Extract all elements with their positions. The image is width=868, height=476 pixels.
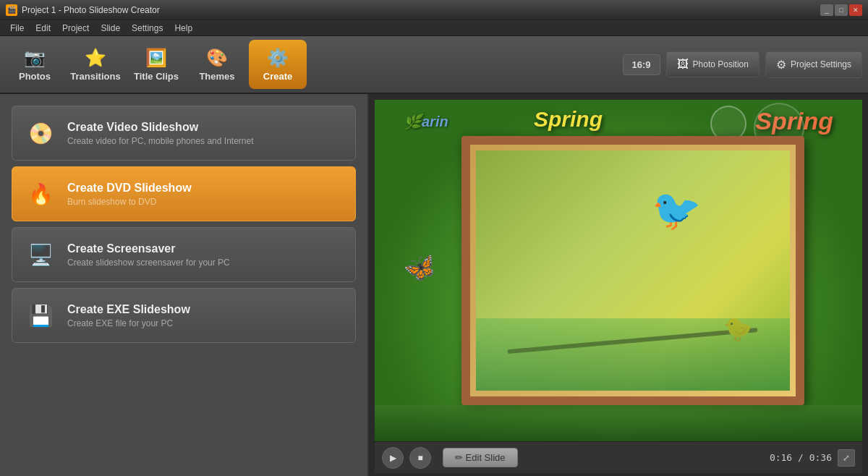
menubar: FileEditProjectSlideSettingsHelp xyxy=(0,20,868,36)
project-settings-icon: ⚙ xyxy=(776,58,786,72)
video-icon: 📀 xyxy=(24,116,57,150)
close-button[interactable]: ✕ xyxy=(849,4,862,16)
time-display: 0:16 / 0:36 xyxy=(770,452,832,463)
photo-position-icon: 🖼 xyxy=(677,58,689,71)
title-clips-icon: 🖼️ xyxy=(145,48,167,68)
screensaver-title: Create Screensaver xyxy=(67,242,230,255)
exe-icon: 💾 xyxy=(24,299,57,332)
photo-position-button[interactable]: 🖼 Photo Position xyxy=(666,51,760,77)
water-reflection xyxy=(375,405,862,441)
current-time: 0:16 xyxy=(770,452,792,463)
stop-button[interactable]: ■ xyxy=(409,447,431,469)
toolbar: 📷 Photos ⭐ Transitions 🖼️ Title Clips 🎨 … xyxy=(0,36,868,94)
total-time: 0:36 xyxy=(809,452,832,463)
menu-item-edit[interactable]: Edit xyxy=(30,22,56,35)
video-slideshow-title: Create Video Slideshow xyxy=(67,121,253,134)
edit-slide-button[interactable]: ✏ Edit Slide xyxy=(443,448,518,467)
transport-controls: ▶ ■ ✏ Edit Slide 0:16 / 0:36 ⤢ xyxy=(375,441,862,473)
right-panel: 🌿arin Spring Spring 🐦 🐤 � xyxy=(369,94,868,476)
tab-transitions[interactable]: ⭐ Transitions xyxy=(67,40,124,89)
dvd-icon: 🔥 xyxy=(24,177,57,211)
video-slideshow-desc: Create video for PC, mobile phones and I… xyxy=(67,136,253,146)
spring-text-winter: 🌿arin xyxy=(404,113,448,130)
maximize-button[interactable]: □ xyxy=(835,4,848,16)
themes-icon: 🎨 xyxy=(206,48,228,68)
reflection xyxy=(476,318,790,391)
minimize-button[interactable]: _ xyxy=(820,4,833,16)
menu-item-slide[interactable]: Slide xyxy=(95,22,126,35)
dvd-slideshow-desc: Burn slideshow to DVD xyxy=(67,197,192,207)
photo-frame: 🐦 🐤 xyxy=(461,136,804,405)
tab-photos[interactable]: 📷 Photos xyxy=(6,40,64,89)
create-screensaver-item[interactable]: 🖥️ Create Screensaver Create slideshow s… xyxy=(12,227,356,282)
dvd-slideshow-title: Create DVD Slideshow xyxy=(67,182,192,195)
menu-item-file[interactable]: File xyxy=(4,22,30,35)
create-panel: 📀 Create Video Slideshow Create video fo… xyxy=(0,94,369,476)
project-settings-button[interactable]: ⚙ Project Settings xyxy=(765,51,862,78)
create-exe-slideshow-item[interactable]: 💾 Create EXE Slideshow Create EXE file f… xyxy=(12,288,356,343)
tab-create[interactable]: ⚙️ Create xyxy=(249,40,307,89)
photos-icon: 📷 xyxy=(24,48,46,68)
photo-inner: 🐦 🐤 xyxy=(476,150,790,391)
tab-title-clips[interactable]: 🖼️ Title Clips xyxy=(127,40,185,89)
menu-item-settings[interactable]: Settings xyxy=(126,22,169,35)
fullscreen-button[interactable]: ⤢ xyxy=(838,449,855,467)
window-title: Project 1 - Photo Slideshow Creator xyxy=(22,5,820,15)
window-controls: _ □ ✕ xyxy=(820,4,862,16)
transitions-icon: ⭐ xyxy=(85,48,106,68)
exe-slideshow-title: Create EXE Slideshow xyxy=(67,303,190,316)
toolbar-right: 16:9 🖼 Photo Position ⚙ Project Settings xyxy=(623,51,862,78)
preview-area: 🌿arin Spring Spring 🐦 🐤 � xyxy=(375,100,862,441)
titlebar: 🎬 Project 1 - Photo Slideshow Creator _ … xyxy=(0,0,868,20)
play-button[interactable]: ▶ xyxy=(382,447,404,469)
preview-image: 🌿arin Spring Spring 🐦 🐤 � xyxy=(375,100,862,441)
spring-text-center: Spring xyxy=(534,107,603,132)
menu-item-project[interactable]: Project xyxy=(56,22,95,35)
exe-slideshow-desc: Create EXE file for your PC xyxy=(67,318,190,328)
create-dvd-slideshow-item[interactable]: 🔥 Create DVD Slideshow Burn slideshow to… xyxy=(12,166,356,221)
main-content: 📀 Create Video Slideshow Create video fo… xyxy=(0,94,868,476)
aspect-ratio-badge: 16:9 xyxy=(623,54,660,75)
screensaver-desc: Create slideshow screensaver for your PC xyxy=(67,258,230,268)
bird-large: 🐦 xyxy=(652,187,702,234)
create-video-slideshow-item[interactable]: 📀 Create Video Slideshow Create video fo… xyxy=(12,106,356,161)
app-icon: 🎬 xyxy=(6,4,17,16)
create-icon: ⚙️ xyxy=(267,48,289,68)
tab-themes[interactable]: 🎨 Themes xyxy=(188,40,246,89)
menu-item-help[interactable]: Help xyxy=(169,22,198,35)
screensaver-icon: 🖥️ xyxy=(24,238,57,271)
